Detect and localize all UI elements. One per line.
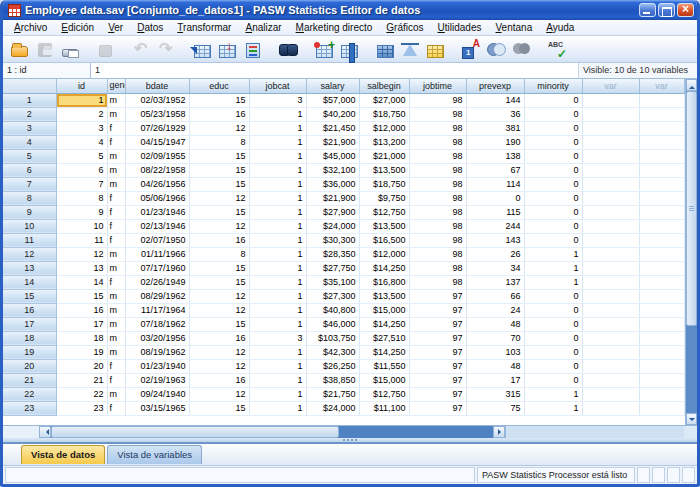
cell[interactable] xyxy=(582,107,639,121)
cell[interactable]: $9,750 xyxy=(359,191,409,205)
column-header-prevexp[interactable]: prevexp xyxy=(466,79,524,93)
cell[interactable]: $57,000 xyxy=(306,93,359,107)
cell[interactable]: $11,100 xyxy=(359,401,409,415)
cell[interactable]: $12,000 xyxy=(359,247,409,261)
cell[interactable]: 98 xyxy=(409,247,466,261)
row-header-4[interactable]: 4 xyxy=(3,135,56,149)
cell[interactable]: $18,750 xyxy=(359,177,409,191)
menu-item-archivo[interactable]: Archivo xyxy=(7,21,54,34)
print-button[interactable] xyxy=(57,38,82,61)
cell[interactable]: 97 xyxy=(409,345,466,359)
cell[interactable]: 0 xyxy=(524,373,582,387)
cell[interactable]: 05/23/1958 xyxy=(125,107,189,121)
row-header-6[interactable]: 6 xyxy=(3,163,56,177)
cell[interactable]: $14,250 xyxy=(359,261,409,275)
row-header-22[interactable]: 22 xyxy=(3,387,56,401)
cell[interactable]: 04/26/1956 xyxy=(125,177,189,191)
cell[interactable]: 34 xyxy=(466,261,524,275)
cell[interactable]: 15 xyxy=(189,163,249,177)
cell[interactable]: m xyxy=(107,163,125,177)
cell[interactable]: 02/09/1955 xyxy=(125,149,189,163)
cell[interactable]: 02/13/1946 xyxy=(125,219,189,233)
cell[interactable] xyxy=(582,177,639,191)
scroll-left-button[interactable] xyxy=(39,426,51,438)
menu-item-ventana[interactable]: Ventana xyxy=(488,21,539,34)
cell[interactable]: 0 xyxy=(524,219,582,233)
cell[interactable]: m xyxy=(107,303,125,317)
cell[interactable]: 15 xyxy=(189,177,249,191)
cell[interactable]: 12 xyxy=(189,289,249,303)
cell[interactable]: 0 xyxy=(524,93,582,107)
cell[interactable]: 16 xyxy=(56,303,107,317)
tab-variable-view[interactable]: Vista de variables xyxy=(107,445,202,464)
cell[interactable] xyxy=(582,289,639,303)
weight-cases-button[interactable] xyxy=(398,38,423,61)
cell[interactable]: $35,100 xyxy=(306,275,359,289)
row-header-20[interactable]: 20 xyxy=(3,359,56,373)
cell[interactable]: $36,000 xyxy=(306,177,359,191)
insert-variable-button[interactable] xyxy=(337,38,362,61)
cell[interactable]: 0 xyxy=(524,331,582,345)
cell[interactable]: 01/11/1966 xyxy=(125,247,189,261)
cell[interactable]: $24,000 xyxy=(306,219,359,233)
cell[interactable]: 97 xyxy=(409,359,466,373)
cell[interactable]: $13,500 xyxy=(359,219,409,233)
column-header-bdate[interactable]: bdate xyxy=(125,79,189,93)
cell[interactable] xyxy=(582,219,639,233)
cell[interactable] xyxy=(639,401,684,415)
vertical-scrollbar[interactable] xyxy=(685,79,698,425)
insert-cases-button[interactable] xyxy=(312,38,337,61)
column-header-jobcat[interactable]: jobcat xyxy=(249,79,306,93)
cell[interactable]: 15 xyxy=(189,401,249,415)
cell[interactable]: 4 xyxy=(56,135,107,149)
cell[interactable]: 08/22/1958 xyxy=(125,163,189,177)
cell[interactable]: 13 xyxy=(56,261,107,275)
cell[interactable]: m xyxy=(107,387,125,401)
cell[interactable]: 0 xyxy=(524,177,582,191)
cell[interactable]: 66 xyxy=(466,289,524,303)
cell[interactable] xyxy=(639,191,684,205)
row-header-7[interactable]: 7 xyxy=(3,177,56,191)
cell[interactable]: $12,000 xyxy=(359,121,409,135)
cell[interactable]: 16 xyxy=(189,107,249,121)
cell[interactable]: 05/06/1966 xyxy=(125,191,189,205)
cell[interactable] xyxy=(639,107,684,121)
cell[interactable]: 0 xyxy=(524,149,582,163)
cell[interactable]: 0 xyxy=(524,359,582,373)
row-header-9[interactable]: 9 xyxy=(3,205,56,219)
cell[interactable]: 11 xyxy=(56,233,107,247)
cell[interactable] xyxy=(639,387,684,401)
cell[interactable]: m xyxy=(107,247,125,261)
column-header-educ[interactable]: educ xyxy=(189,79,249,93)
cell[interactable]: 5 xyxy=(56,149,107,163)
cell[interactable]: 1 xyxy=(249,247,306,261)
column-header-salbegin[interactable]: salbegin xyxy=(359,79,409,93)
cell[interactable]: 0 xyxy=(524,317,582,331)
show-all-variables-button[interactable] xyxy=(509,38,534,61)
cell[interactable]: 48 xyxy=(466,359,524,373)
cell[interactable]: 98 xyxy=(409,149,466,163)
cell[interactable]: f xyxy=(107,219,125,233)
cell[interactable]: 12 xyxy=(189,219,249,233)
cell[interactable]: $14,250 xyxy=(359,345,409,359)
cell[interactable]: m xyxy=(107,331,125,345)
cell[interactable]: $24,000 xyxy=(306,401,359,415)
cell[interactable]: 15 xyxy=(189,317,249,331)
menu-item-analizar[interactable]: Analizar xyxy=(238,21,288,34)
cell[interactable]: 16 xyxy=(189,373,249,387)
cell[interactable]: 3 xyxy=(249,331,306,345)
cell[interactable]: 1 xyxy=(249,107,306,121)
scroll-up-button[interactable] xyxy=(686,79,698,91)
cell[interactable]: 12 xyxy=(189,303,249,317)
goto-variable-button[interactable] xyxy=(215,38,240,61)
vertical-scrollbar-track[interactable] xyxy=(686,326,698,413)
close-button[interactable] xyxy=(677,3,694,17)
cell[interactable]: $14,250 xyxy=(359,317,409,331)
cell[interactable]: 103 xyxy=(466,345,524,359)
cell[interactable]: 1 xyxy=(249,359,306,373)
cell[interactable] xyxy=(582,359,639,373)
cell[interactable]: 1 xyxy=(249,233,306,247)
cell[interactable]: $21,000 xyxy=(359,149,409,163)
cell[interactable]: 1 xyxy=(249,205,306,219)
cell[interactable]: 2 xyxy=(56,107,107,121)
